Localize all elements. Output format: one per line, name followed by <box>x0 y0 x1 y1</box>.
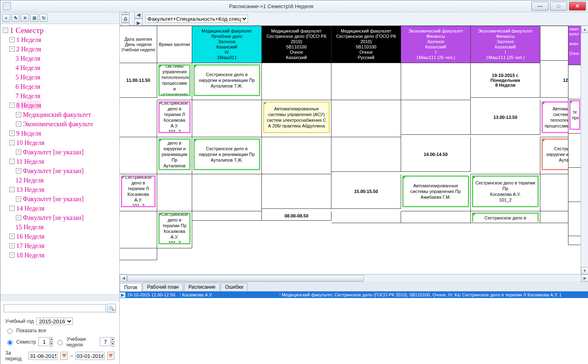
maximize-button[interactable]: □ <box>550 2 567 11</box>
date-from-input[interactable] <box>29 352 58 360</box>
toolbar-button[interactable]: ⎙ <box>121 15 129 23</box>
tree-node[interactable]: 15 Неделя <box>9 222 118 232</box>
tree-twist-icon[interactable]: + <box>9 252 15 258</box>
tree-node[interactable]: 12 Неделя <box>9 175 118 185</box>
tab-Рабочий план[interactable]: Рабочий план <box>143 283 183 291</box>
tree-twist-icon[interactable]: + <box>9 243 15 248</box>
grid-cell[interactable]: Автоматизированные системы управления Пр… <box>401 174 471 211</box>
show-all-radio[interactable] <box>7 329 13 334</box>
tree-node[interactable]: 3 Неделя <box>9 54 118 63</box>
tree-search-input[interactable] <box>4 304 106 312</box>
toolbar-button[interactable]: ✕ <box>21 14 29 22</box>
toolbar-button[interactable]: ⊞ <box>30 14 38 22</box>
tree[interactable]: −1 Семестр+1 Неделя+2 Неделя3 Неделя4 Не… <box>0 24 119 294</box>
tree-node[interactable]: −11 Неделя <box>9 157 118 166</box>
schedule-grid[interactable]: Дата занятияДень неделиУчебная неделяВре… <box>120 26 588 260</box>
grid-col-header[interactable]: Экономический факультетФинансыЗаочноеКаз… <box>401 26 471 63</box>
lesson-card[interactable]: Сестринское дело в хирургии и реанимации… <box>193 138 260 170</box>
tree-twist-icon[interactable]: + <box>16 168 21 173</box>
date-from-picker-icon[interactable]: 📅 <box>60 352 68 360</box>
grid-col-header[interactable]: Медицинский факультетСестринское дело (Г… <box>331 26 401 63</box>
lesson-card[interactable]: Сестринское дело в хирургии и реанимации… <box>193 64 260 96</box>
tab-Поток[interactable]: Поток <box>120 283 142 292</box>
grid-cell[interactable] <box>471 137 540 174</box>
tree-twist-icon[interactable]: + <box>16 215 21 220</box>
tree-twist-icon[interactable]: − <box>9 159 15 164</box>
tree-twist-icon[interactable]: − <box>3 28 8 33</box>
grid-hscroll[interactable]: ◀ ▶ <box>120 274 588 282</box>
tree-twist-icon[interactable]: − <box>9 140 15 145</box>
scroll-right-icon[interactable]: ▶ <box>581 274 588 282</box>
semester-spinner[interactable]: ▲▼ <box>38 337 53 347</box>
tree-node[interactable]: −8 Неделя <box>9 101 118 110</box>
lesson-card[interactable]: Сестринское дело в терапии ПрКосаякова А… <box>158 213 191 244</box>
tree-node[interactable]: +Факультет [не указан] <box>16 213 118 222</box>
lesson-card[interactable]: Автоматизированные системы управления Пр… <box>402 175 469 207</box>
grid-cell[interactable]: Автоматизированные системы управления те… <box>157 63 192 100</box>
grid-cell[interactable]: Автоматизированные системы управления (А… <box>262 100 331 137</box>
scroll-left-icon[interactable]: ◀ <box>120 274 127 282</box>
toolbar-button[interactable]: ↻ <box>39 14 48 22</box>
tree-search-button[interactable]: 🔍 <box>107 304 116 313</box>
tree-twist-icon[interactable]: + <box>9 234 15 239</box>
grid-cell[interactable] <box>331 100 401 137</box>
grid-cell[interactable] <box>331 63 401 100</box>
tree-twist-icon[interactable]: + <box>16 196 21 202</box>
tree-node[interactable]: +Факультет [не указан] <box>16 194 118 204</box>
hscroll-thumb[interactable] <box>127 275 364 282</box>
scroll-up-icon[interactable]: ▲ <box>581 26 588 33</box>
detail-row[interactable]: ▶ 19-10-2015 12.00-12.50 Косаякова А.У. … <box>120 292 588 298</box>
week-radio[interactable] <box>57 340 63 345</box>
close-button[interactable]: ✕ <box>569 2 586 11</box>
grid-cell[interactable]: Сестринское дело в <box>471 211 540 223</box>
tree-twist-icon[interactable]: + <box>16 121 21 127</box>
grid-cell[interactable] <box>120 211 157 248</box>
grid-cell[interactable] <box>401 63 471 100</box>
tree-node[interactable]: +1 Неделя <box>9 35 118 44</box>
grid-cell[interactable] <box>120 248 157 260</box>
grid-cell[interactable] <box>120 100 157 137</box>
toolbar-button[interactable]: ✎ <box>11 14 20 22</box>
grid-cell[interactable] <box>331 211 401 223</box>
tree-node[interactable]: 6 Неделя <box>9 82 118 91</box>
grid-cell[interactable] <box>262 63 331 100</box>
tree-twist-icon[interactable]: − <box>9 103 15 108</box>
tree-node[interactable]: +Медицинский факультет <box>16 110 118 119</box>
grid-cell[interactable] <box>262 137 331 174</box>
lesson-card[interactable]: Сестринское дело в <box>472 213 539 222</box>
lesson-card[interactable]: Сестринское дело в терапии ЛКосаякова А.… <box>158 101 191 133</box>
tree-node[interactable]: +9 Неделя <box>9 129 118 138</box>
grid-cell[interactable]: Сестринское дело в терапии ЛКосаякова А.… <box>157 100 192 137</box>
grid-col-header[interactable]: Медицинский факультетЛечебное делоЗаочно… <box>192 26 262 63</box>
tree-node[interactable]: +Факультет [не указан] <box>16 166 118 175</box>
tree-node[interactable]: −14 Неделя <box>9 204 118 213</box>
grid-cell[interactable]: Сестринское дело в хирургии и реанимации… <box>192 63 262 100</box>
grid-cell[interactable]: Сестринское дело в терапии ПрКосаякова А… <box>157 211 192 248</box>
tree-twist-icon[interactable]: + <box>9 37 15 42</box>
tree-twist-icon[interactable]: + <box>16 112 21 117</box>
lesson-card[interactable]: Автоматизированные системы управления (А… <box>263 101 330 133</box>
minimize-button[interactable]: — <box>531 2 549 11</box>
tree-node[interactable]: 5 Неделя <box>9 72 118 82</box>
tree-twist-icon[interactable]: + <box>9 46 15 52</box>
week-spinner[interactable]: ▲▼ <box>100 337 114 347</box>
tree-node[interactable]: +Факультет [не указан] <box>16 147 118 157</box>
grid-cell[interactable]: Сестринское дело в терапии ЛКосаякова А.… <box>120 174 157 211</box>
grid-col-header[interactable]: Экономический факультетФинансыЗаочноеКаз… <box>471 26 540 63</box>
tree-twist-icon[interactable]: + <box>9 131 15 136</box>
grid-cell[interactable]: Сестринское дело в хирургии и реанимации… <box>157 137 192 174</box>
grid-cell[interactable] <box>120 137 157 174</box>
tab-Ошибки[interactable]: Ошибки <box>221 283 248 291</box>
tree-node[interactable]: −13 Неделя <box>9 185 118 194</box>
grid-cell[interactable] <box>157 174 192 211</box>
sort-select[interactable]: Факультет+Специальность+Код специальн <box>145 15 248 23</box>
tree-node[interactable]: +18 Неделя <box>9 250 118 260</box>
semester-radio[interactable] <box>7 340 13 345</box>
toolbar-button[interactable]: + <box>2 14 10 22</box>
grid-vscroll[interactable]: ▲ ▼ <box>581 26 588 274</box>
tree-node[interactable]: 7 Неделя <box>9 91 118 101</box>
tree-node[interactable]: +2 Неделя <box>9 44 118 54</box>
tree-twist-icon[interactable]: + <box>16 149 21 155</box>
grid-cell[interactable] <box>401 211 471 223</box>
date-to-input[interactable] <box>75 352 105 360</box>
